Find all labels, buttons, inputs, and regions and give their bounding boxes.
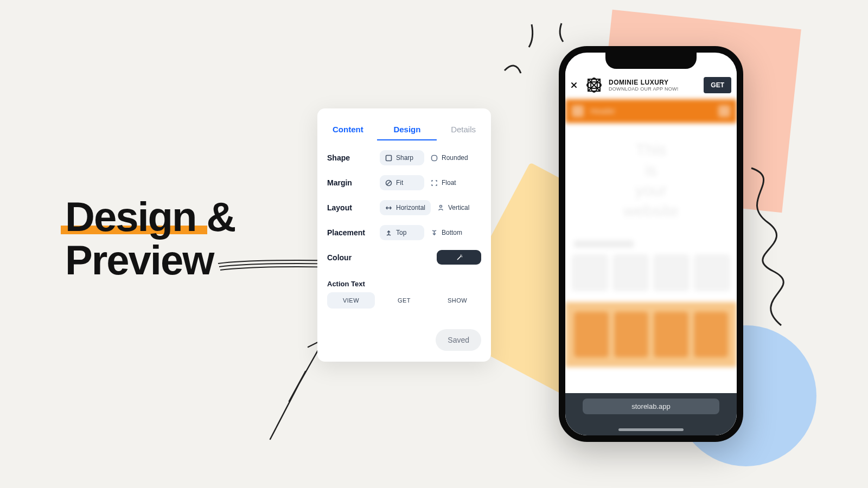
site-preview-blurred: Header This is your website xyxy=(565,99,737,435)
phone-frame: DOMINIE LUXURY DOWNLOAD OUR APP NOW! GET… xyxy=(559,46,743,442)
site-header-text: Header xyxy=(590,107,712,115)
row-placement: Placement Top Bottom xyxy=(327,225,481,240)
banner-cta-button[interactable]: GET xyxy=(704,77,731,93)
site-hero-line-4: website xyxy=(623,201,679,221)
tab-content[interactable]: Content xyxy=(329,120,367,140)
svg-point-3 xyxy=(440,205,442,207)
site-hero: This is your website xyxy=(565,123,737,237)
panel-tabs: Content Design Details xyxy=(327,117,481,140)
option-margin-fit-text: Fit xyxy=(396,179,403,187)
option-layout-horizontal[interactable]: Horizontal xyxy=(380,200,431,215)
design-panel: Content Design Details Shape Sharp Round… xyxy=(317,108,491,362)
option-shape-rounded-text: Rounded xyxy=(442,154,468,162)
option-placement-top[interactable]: Top xyxy=(380,225,424,240)
option-shape-sharp-text: Sharp xyxy=(396,154,413,162)
option-margin-float[interactable]: Float xyxy=(425,175,470,190)
horizontal-icon xyxy=(385,204,392,211)
row-margin: Margin Fit Float xyxy=(327,175,481,190)
site-header: Header xyxy=(565,99,737,123)
fit-icon xyxy=(385,179,392,187)
option-placement-bottom[interactable]: Bottom xyxy=(425,225,470,240)
brand-logo-icon xyxy=(584,75,604,95)
option-placement-top-text: Top xyxy=(396,229,406,236)
option-layout-horizontal-text: Horizontal xyxy=(396,204,425,211)
label-margin: Margin xyxy=(327,178,379,187)
site-hero-line-2: is xyxy=(645,160,657,181)
site-card xyxy=(653,254,690,291)
svg-rect-0 xyxy=(386,155,392,160)
tab-design[interactable]: Design xyxy=(390,120,424,140)
label-layout: Layout xyxy=(327,203,379,212)
arrow-down-icon xyxy=(431,229,438,236)
option-layout-vertical[interactable]: Vertical xyxy=(432,200,476,215)
action-text-show[interactable]: SHOW xyxy=(433,292,481,309)
label-colour: Colour xyxy=(327,253,379,262)
option-margin-fit[interactable]: Fit xyxy=(380,175,424,190)
banner-subtitle: DOWNLOAD OUR APP NOW! xyxy=(609,86,699,92)
banner-text: DOMINIE LUXURY DOWNLOAD OUR APP NOW! xyxy=(609,79,699,92)
site-hero-line-3: your xyxy=(635,180,667,201)
arrow-up-icon xyxy=(385,229,392,236)
site-card xyxy=(572,254,608,291)
banner-close-button[interactable] xyxy=(569,80,579,91)
option-layout-vertical-text: Vertical xyxy=(448,204,469,211)
magic-wand-icon xyxy=(456,254,463,261)
vertical-icon xyxy=(437,204,444,211)
option-margin-float-text: Float xyxy=(442,179,456,187)
site-bottom-strip xyxy=(565,302,737,367)
action-text-view[interactable]: VIEW xyxy=(327,292,375,309)
rounded-square-icon xyxy=(431,155,438,162)
phone-screen: DOMINIE LUXURY DOWNLOAD OUR APP NOW! GET… xyxy=(565,53,737,435)
browser-chrome: storelab.app xyxy=(565,393,737,435)
saved-button: Saved xyxy=(436,329,481,351)
site-card xyxy=(694,254,730,291)
canvas: Design & Preview Content Design Details … xyxy=(0,0,868,488)
svg-rect-1 xyxy=(432,155,437,160)
headline-line-2: Preview xyxy=(65,239,213,282)
smart-app-banner: DOMINIE LUXURY DOWNLOAD OUR APP NOW! GET xyxy=(565,71,737,99)
site-hero-line-1: This xyxy=(636,139,667,160)
row-colour: Colour xyxy=(327,250,481,265)
site-cart-icon xyxy=(718,105,730,117)
home-indicator xyxy=(618,428,684,431)
site-card xyxy=(612,254,649,291)
banner-title: DOMINIE LUXURY xyxy=(609,79,699,86)
site-tile xyxy=(614,312,649,357)
option-shape-sharp[interactable]: Sharp xyxy=(380,150,424,165)
row-layout: Layout Horizontal Vertical xyxy=(327,200,481,215)
label-action-text: Action Text xyxy=(327,280,481,288)
tab-details[interactable]: Details xyxy=(448,120,479,140)
url-bar[interactable]: storelab.app xyxy=(583,399,719,414)
option-placement-bottom-text: Bottom xyxy=(442,229,462,236)
action-text-get[interactable]: GET xyxy=(380,292,428,309)
site-section-label xyxy=(574,240,634,248)
close-icon xyxy=(571,82,577,88)
site-tile xyxy=(694,312,729,357)
square-icon xyxy=(385,155,392,162)
label-shape: Shape xyxy=(327,153,379,162)
phone-notch xyxy=(605,53,697,69)
site-tile xyxy=(654,312,688,357)
row-shape: Shape Sharp Rounded xyxy=(327,150,481,165)
site-tile xyxy=(574,312,609,357)
option-shape-rounded[interactable]: Rounded xyxy=(425,150,474,165)
label-placement: Placement xyxy=(327,228,379,237)
action-text-options: VIEW GET SHOW xyxy=(327,292,481,309)
headline-line-1: Design & xyxy=(65,195,235,239)
site-product-grid xyxy=(565,251,737,294)
site-menu-icon xyxy=(572,105,584,117)
float-icon xyxy=(431,179,438,187)
colour-picker-button[interactable] xyxy=(437,250,481,265)
